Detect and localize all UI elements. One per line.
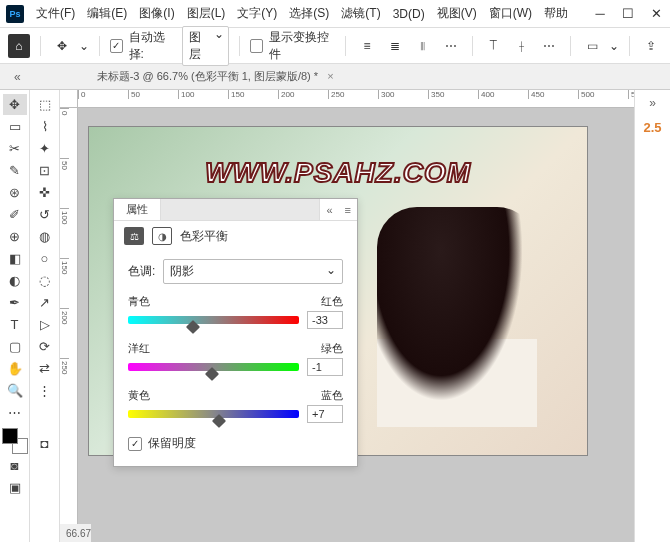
slider-track[interactable] [128, 363, 299, 371]
collapse-icon[interactable]: « [320, 204, 338, 216]
divider [472, 36, 473, 56]
adjustment-name: 色彩平衡 [180, 228, 228, 245]
menu-select[interactable]: 选择(S) [283, 5, 335, 22]
mask-mode[interactable]: ◙ [3, 455, 27, 476]
healing-tool[interactable]: ⊛ [3, 182, 27, 203]
close-tab-icon[interactable]: × [327, 70, 333, 82]
auto-select-checkbox[interactable] [110, 39, 123, 53]
rotate-tool[interactable]: ⟳ [33, 336, 57, 357]
more-icon[interactable]: ⋯ [538, 34, 560, 58]
edit-toolbar[interactable]: ⋮ [33, 380, 57, 401]
align-icon[interactable]: ≡ [356, 34, 378, 58]
slider-value[interactable]: -33 [307, 311, 343, 329]
shape-tool[interactable]: ▢ [3, 336, 27, 357]
pen-tool[interactable]: ✒ [3, 292, 27, 313]
home-icon[interactable]: ⌂ [8, 34, 30, 58]
minimize-button[interactable]: ─ [586, 2, 614, 26]
toolbar-left-2: ⬚ ⌇ ✦ ⊡ ✜ ↺ ◍ ○ ◌ ↗ ▷ ⟳ ⇄ ⋮ ◘ [30, 90, 60, 542]
slider-magenta-green: 洋红 绿色 -1 [128, 341, 343, 376]
slider-thumb[interactable] [205, 367, 219, 381]
menu-type[interactable]: 文字(Y) [231, 5, 283, 22]
auto-select-target[interactable]: 图层 [182, 26, 230, 66]
panel-menu-icon[interactable]: ≡ [339, 204, 357, 216]
menu-window[interactable]: 窗口(W) [483, 5, 538, 22]
slider-track[interactable] [128, 316, 299, 324]
tone-label: 色调: [128, 263, 155, 280]
eyedropper-tool[interactable]: ✎ [3, 160, 27, 181]
show-transform-checkbox[interactable] [250, 39, 263, 53]
menu-image[interactable]: 图像(I) [133, 5, 180, 22]
auto-select-label: 自动选择: [129, 29, 176, 63]
divider [99, 36, 100, 56]
stamp-tool[interactable]: ⊕ [3, 226, 27, 247]
menu-filter[interactable]: 滤镜(T) [335, 5, 386, 22]
tone-select[interactable]: 阴影 [163, 259, 343, 284]
artboard-tool[interactable]: ▭ [3, 116, 27, 137]
slider-thumb[interactable] [212, 414, 226, 428]
lasso-tool[interactable]: ⌇ [33, 116, 57, 137]
menu-view[interactable]: 视图(V) [431, 5, 483, 22]
dodge-tool[interactable]: ○ [33, 248, 57, 269]
slider-value[interactable]: +7 [307, 405, 343, 423]
panel-tab-inactive[interactable] [161, 199, 320, 220]
menu-file[interactable]: 文件(F) [30, 5, 81, 22]
window-controls: ─ ☐ ✕ [586, 2, 670, 26]
chevron-right-icon[interactable]: » [643, 96, 662, 110]
spot-heal-tool[interactable]: ✜ [33, 182, 57, 203]
align-icon[interactable]: ⫴ [412, 34, 434, 58]
eraser-tool[interactable]: ◧ [3, 248, 27, 269]
dropdown-caret-icon[interactable]: ⌄ [79, 39, 89, 53]
menu-layer[interactable]: 图层(L) [181, 5, 232, 22]
label-yellow: 黄色 [128, 388, 150, 403]
history-brush-tool[interactable]: ↺ [33, 204, 57, 225]
color-swatch[interactable] [2, 428, 28, 454]
menu-edit[interactable]: 编辑(E) [81, 5, 133, 22]
divider [40, 36, 41, 56]
crop-tool[interactable]: ✂ [3, 138, 27, 159]
menu-3d[interactable]: 3D(D) [387, 7, 431, 21]
share-icon[interactable]: ⇪ [640, 34, 662, 58]
dropdown-caret-icon[interactable]: ⌄ [609, 39, 619, 53]
chevron-left-icon[interactable]: « [8, 70, 27, 84]
ruler-vertical[interactable]: 050100150200250 [60, 108, 78, 542]
gradient-tool[interactable]: ◐ [3, 270, 27, 291]
slider-track[interactable] [128, 410, 299, 418]
type-tool[interactable]: T [3, 314, 27, 335]
paint-bucket-tool[interactable]: ◍ [33, 226, 57, 247]
mode-icon[interactable]: ▭ [581, 34, 603, 58]
mask-icon[interactable]: ◑ [152, 227, 172, 245]
direct-select-tool[interactable]: ▷ [33, 314, 57, 335]
marquee-tool[interactable]: ⬚ [33, 94, 57, 115]
align-mid-icon[interactable]: ⟊ [510, 34, 532, 58]
brush-tool[interactable]: ✐ [3, 204, 27, 225]
toggle-tool[interactable]: ⇄ [33, 358, 57, 379]
ruler-corner [60, 90, 78, 108]
frame-tool[interactable]: ⊡ [33, 160, 57, 181]
blur-tool[interactable]: ◌ [33, 270, 57, 291]
zoom-tool[interactable]: 🔍 [3, 380, 27, 401]
close-button[interactable]: ✕ [642, 2, 670, 26]
move-tool-icon[interactable]: ✥ [51, 34, 73, 58]
preserve-luminosity-checkbox[interactable] [128, 437, 142, 451]
wand-tool[interactable]: ✦ [33, 138, 57, 159]
panel-header[interactable]: 属性 « ≡ [114, 199, 357, 221]
menu-help[interactable]: 帮助 [538, 5, 574, 22]
align-icon[interactable]: ≣ [384, 34, 406, 58]
distribute-icon[interactable]: ⋯ [440, 34, 462, 58]
path-tool[interactable]: ↗ [33, 292, 57, 313]
panel-tab-properties[interactable]: 属性 [114, 199, 161, 220]
quick-mask-alt[interactable]: ◘ [33, 433, 57, 454]
align-top-icon[interactable]: ⟙ [483, 34, 505, 58]
maximize-button[interactable]: ☐ [614, 2, 642, 26]
zoom-level[interactable]: 66.67 [66, 528, 91, 539]
hand-tool[interactable]: ✋ [3, 358, 27, 379]
right-panel-value[interactable]: 2.5 [643, 120, 661, 135]
move-tool[interactable]: ✥ [3, 94, 27, 115]
document-tab[interactable]: 未标题-3 @ 66.7% (色彩平衡 1, 图层蒙版/8) * × [87, 69, 344, 84]
ruler-horizontal[interactable]: 0501001502002503003504004505005506006507… [78, 90, 634, 108]
preserve-luminosity-label: 保留明度 [148, 435, 196, 452]
screen-mode[interactable]: ▣ [3, 477, 27, 498]
expand-tools[interactable]: ⋯ [3, 402, 27, 423]
slider-thumb[interactable] [186, 320, 200, 334]
slider-value[interactable]: -1 [307, 358, 343, 376]
